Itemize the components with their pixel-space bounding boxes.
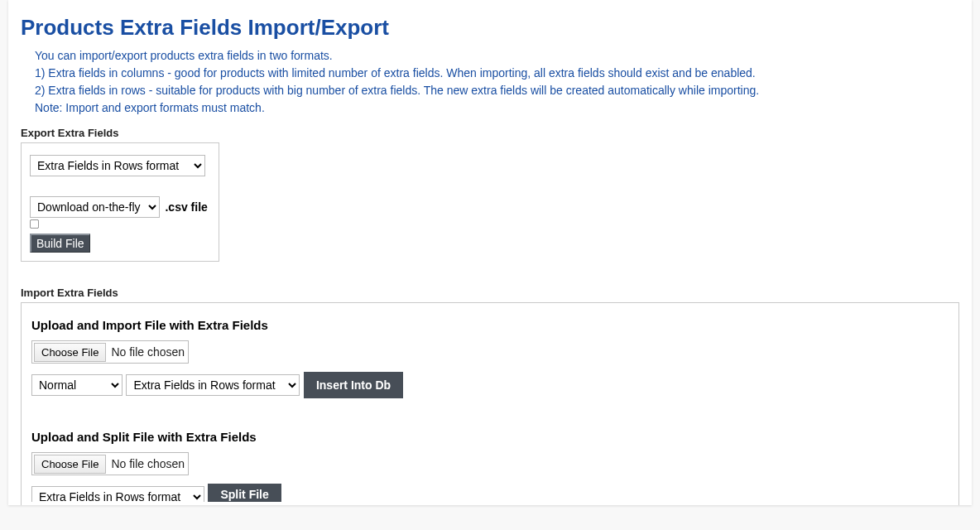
upload-import-file-wrap: Choose File No file chosen [31,340,189,364]
build-file-button[interactable]: Build File [30,234,90,253]
import-section-label: Import Extra Fields [21,287,972,299]
upload-import-mode-select[interactable]: Normal [31,374,122,396]
export-format-select[interactable]: Extra Fields in Rows format [30,155,205,176]
export-section-label: Export Extra Fields [21,127,972,139]
upload-split-file-wrap: Choose File No file chosen [31,452,189,475]
intro-block: You can import/export products extra fie… [35,47,972,117]
upload-split-no-file: No file chosen [111,457,185,470]
upload-import-format-select[interactable]: Extra Fields in Rows format [126,374,300,396]
intro-line-2: 1) Extra fields in columns - good for pr… [35,65,972,82]
intro-line-4: Note: Import and export formats must mat… [35,99,972,117]
page-card: Products Extra Fields Import/Export You … [8,0,972,505]
upload-import-choose-button[interactable]: Choose File [34,343,106,362]
upload-split-format-select[interactable]: Extra Fields in Rows format [31,486,204,502]
export-delivery-select[interactable]: Download on-the-fly [30,196,160,218]
export-box: Extra Fields in Rows format Download on-… [21,142,219,262]
intro-line-1: You can import/export products extra fie… [35,47,972,65]
upload-split-choose-button[interactable]: Choose File [34,455,106,474]
intro-line-3: 2) Extra fields in rows - suitable for p… [35,82,972,99]
export-checkbox[interactable] [30,219,39,229]
upload-import-no-file: No file chosen [111,345,185,359]
upload-import-insert-button[interactable]: Insert Into Db [304,372,403,398]
import-box: Upload and Import File with Extra Fields… [21,302,959,505]
split-file-button[interactable]: Split File [208,484,281,502]
page-title: Products Extra Fields Import/Export [21,15,972,41]
upload-import-heading: Upload and Import File with Extra Fields [31,318,949,332]
upload-split-heading: Upload and Split File with Extra Fields [31,430,949,444]
csv-file-label: .csv file [165,200,207,214]
